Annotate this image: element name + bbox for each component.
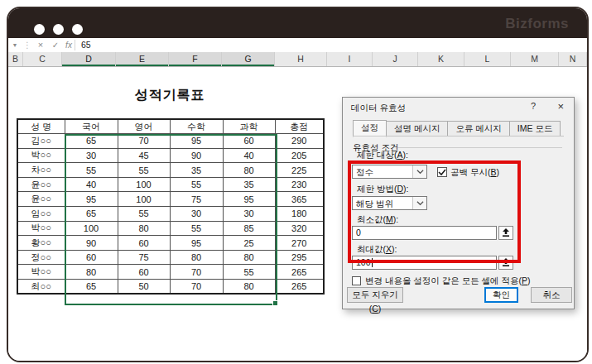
close-icon[interactable]: ×: [557, 100, 564, 113]
score-cell[interactable]: 30: [170, 207, 223, 222]
column-header-J[interactable]: J: [373, 52, 418, 66]
active-cell[interactable]: 65: [65, 134, 118, 149]
window-dot-3[interactable]: [72, 24, 83, 35]
chevron-down-icon[interactable]: [412, 165, 426, 178]
score-cell[interactable]: 75: [118, 250, 170, 265]
score-cell[interactable]: 65: [65, 207, 118, 222]
total-cell[interactable]: 265: [275, 280, 324, 295]
score-cell[interactable]: 95: [65, 192, 118, 207]
ignore-blank-checkbox[interactable]: [437, 167, 447, 177]
collapse-dialog-icon[interactable]: [498, 256, 513, 270]
score-cell[interactable]: 60: [223, 134, 275, 149]
table-header-cell[interactable]: 국어: [65, 119, 118, 134]
help-icon[interactable]: ?: [531, 101, 536, 111]
name-cell[interactable]: 임○○: [17, 207, 65, 222]
minimum-input[interactable]: 0: [352, 226, 497, 240]
score-cell[interactable]: 40: [65, 177, 118, 192]
total-cell[interactable]: 295: [275, 250, 324, 265]
column-header-B[interactable]: B: [8, 52, 23, 66]
column-header-K[interactable]: K: [418, 52, 464, 66]
total-cell[interactable]: 265: [275, 265, 324, 280]
name-cell[interactable]: 박○○: [17, 221, 65, 236]
score-cell[interactable]: 75: [170, 192, 223, 207]
total-cell[interactable]: 230: [275, 177, 324, 192]
name-cell[interactable]: 박○○: [17, 148, 65, 163]
window-dot-2[interactable]: [53, 24, 64, 35]
score-cell[interactable]: 55: [223, 265, 275, 280]
column-header-I[interactable]: I: [327, 52, 373, 66]
score-cell[interactable]: 50: [118, 280, 170, 295]
score-cell[interactable]: 95: [223, 192, 275, 207]
maximum-input[interactable]: 100: [352, 256, 497, 270]
total-cell[interactable]: 270: [275, 236, 324, 251]
table-header-cell[interactable]: 영어: [118, 119, 170, 134]
name-cell[interactable]: 황○○: [17, 236, 65, 251]
score-cell[interactable]: 70: [170, 280, 223, 295]
apply-all-checkbox[interactable]: [352, 276, 361, 285]
score-cell[interactable]: 80: [65, 265, 118, 280]
score-cell[interactable]: 80: [170, 250, 223, 265]
column-header-C[interactable]: C: [23, 52, 62, 66]
ok-button[interactable]: 확인: [484, 287, 518, 303]
collapse-dialog-icon[interactable]: [498, 226, 513, 240]
score-cell[interactable]: 55: [118, 207, 170, 222]
column-header-D[interactable]: D: [62, 52, 116, 66]
tab-settings[interactable]: 설정: [353, 120, 387, 137]
score-cell[interactable]: 55: [170, 177, 223, 192]
name-cell[interactable]: 최○○: [17, 280, 65, 295]
table-header-cell[interactable]: 성 명: [17, 119, 65, 134]
score-cell[interactable]: 30: [223, 207, 275, 222]
tab-error-alert[interactable]: 오류 메시지: [448, 121, 509, 136]
column-header-E[interactable]: E: [116, 52, 169, 66]
enter-entry-icon[interactable]: ✓: [50, 38, 61, 52]
column-header-F[interactable]: F: [169, 52, 222, 66]
clear-all-button[interactable]: 모두 지우기(C): [347, 287, 403, 303]
score-cell[interactable]: 65: [65, 280, 118, 295]
name-box-dropdown-icon[interactable]: ▼: [10, 38, 20, 52]
score-cell[interactable]: 70: [118, 134, 170, 149]
total-cell[interactable]: 320: [275, 221, 324, 236]
name-cell[interactable]: 윤○○: [17, 177, 65, 192]
score-cell[interactable]: 60: [118, 265, 170, 280]
total-cell[interactable]: 225: [275, 163, 324, 178]
data-combobox[interactable]: 해당 범위: [352, 196, 427, 210]
score-cell[interactable]: 80: [223, 250, 275, 265]
score-cell[interactable]: 60: [65, 250, 118, 265]
table-header-cell[interactable]: 총점: [275, 119, 324, 134]
score-cell[interactable]: 80: [223, 280, 275, 295]
table-header-cell[interactable]: 수학: [170, 119, 223, 134]
total-cell[interactable]: 205: [275, 148, 324, 163]
table-header-cell[interactable]: 과학: [223, 119, 275, 134]
formula-input[interactable]: 65: [81, 38, 91, 52]
name-cell[interactable]: 박○○: [17, 265, 65, 280]
chevron-down-icon[interactable]: [412, 197, 426, 209]
cancel-entry-icon[interactable]: ×: [35, 38, 46, 52]
name-cell[interactable]: 김○○: [17, 134, 65, 149]
column-header-L[interactable]: L: [464, 52, 511, 66]
fill-handle[interactable]: [272, 300, 278, 306]
column-header-N[interactable]: N: [559, 52, 587, 66]
score-cell[interactable]: 55: [118, 163, 170, 178]
window-dot-1[interactable]: [34, 24, 45, 35]
score-cell[interactable]: 35: [170, 163, 223, 178]
score-cell[interactable]: 85: [223, 221, 275, 236]
score-cell[interactable]: 80: [118, 221, 170, 236]
score-cell[interactable]: 100: [118, 192, 170, 207]
score-cell[interactable]: 35: [223, 177, 275, 192]
total-cell[interactable]: 365: [275, 192, 324, 207]
grades-table[interactable]: 성 명국어영어수학과학총점김○○65709560290박○○3045904020…: [17, 118, 325, 295]
score-cell[interactable]: 55: [170, 221, 223, 236]
score-cell[interactable]: 40: [223, 148, 275, 163]
score-cell[interactable]: 60: [118, 236, 170, 251]
column-header-M[interactable]: M: [511, 52, 559, 66]
score-cell[interactable]: 100: [65, 221, 118, 236]
score-cell[interactable]: 95: [170, 134, 223, 149]
score-cell[interactable]: 80: [223, 163, 275, 178]
tab-ime-mode[interactable]: IME 모드: [510, 121, 561, 136]
column-header-H[interactable]: H: [275, 52, 327, 66]
score-cell[interactable]: 45: [118, 148, 170, 163]
score-cell[interactable]: 95: [170, 236, 223, 251]
cancel-button[interactable]: 취소: [531, 287, 572, 303]
score-cell[interactable]: 90: [65, 236, 118, 251]
total-cell[interactable]: 290: [275, 134, 324, 149]
